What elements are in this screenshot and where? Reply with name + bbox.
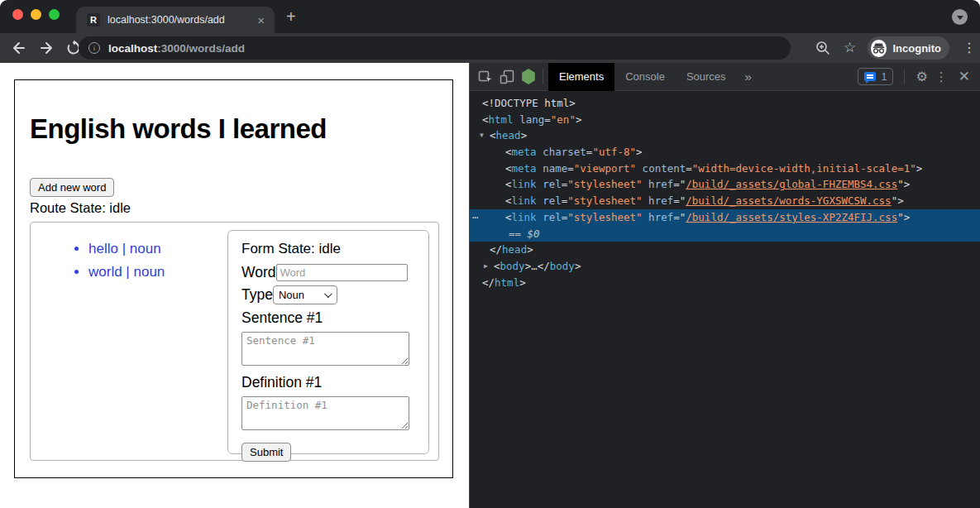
- toolbar-divider: [904, 69, 905, 84]
- more-tabs-icon[interactable]: »: [737, 63, 760, 91]
- expand-arrow-icon[interactable]: ▼: [480, 127, 484, 144]
- extension-hexagon-icon[interactable]: [518, 66, 539, 88]
- code-token: </: [538, 260, 550, 272]
- remix-favicon-icon: R: [87, 13, 100, 26]
- add-new-word-button[interactable]: Add new word: [30, 178, 114, 197]
- code-token: ==: [509, 228, 528, 240]
- settings-gear-icon[interactable]: ⚙: [915, 69, 927, 84]
- tab-console[interactable]: Console: [614, 63, 676, 91]
- toolbar-divider: [543, 69, 543, 84]
- code-token: >: [521, 129, 528, 141]
- close-window-button[interactable]: [12, 9, 23, 20]
- word-link-world[interactable]: world | noun: [88, 264, 165, 280]
- issues-counter[interactable]: 1: [858, 68, 893, 85]
- back-button[interactable]: [10, 40, 26, 56]
- code-token: <: [505, 178, 512, 190]
- code-line[interactable]: ▶<body>…</body>: [470, 258, 980, 275]
- devtools-close-icon[interactable]: ✕: [955, 68, 973, 85]
- type-select[interactable]: Noun: [273, 285, 337, 304]
- code-token: /build/_assets/words-YGXSWCSW.css: [686, 194, 891, 207]
- sentence-textarea[interactable]: [241, 332, 409, 366]
- device-toolbar-icon[interactable]: [496, 66, 518, 88]
- code-token: rel: [537, 211, 562, 223]
- code-token: ">: [897, 211, 910, 223]
- inspect-element-icon[interactable]: [475, 66, 496, 88]
- code-token: "en": [551, 113, 576, 126]
- code-token: content: [636, 162, 686, 175]
- code-line[interactable]: ⋯<link rel="stylesheet" href="/build/_as…: [470, 209, 980, 226]
- browser-menu-icon[interactable]: ⋮: [963, 40, 976, 55]
- code-token: <!DOCTYPE html>: [482, 97, 576, 109]
- app-container: English words I learned Add new word Rou…: [14, 79, 453, 478]
- code-token: href: [643, 178, 674, 190]
- word-input[interactable]: [276, 264, 408, 281]
- code-token: rel: [537, 194, 562, 207]
- traffic-lights: [12, 9, 60, 20]
- site-info-icon[interactable]: i: [88, 42, 100, 54]
- list-item: world | noun: [88, 264, 165, 280]
- code-line[interactable]: ▼<head>: [470, 127, 980, 144]
- maximize-window-button[interactable]: [49, 9, 60, 20]
- form-state-text: Form State: idle: [241, 241, 415, 257]
- code-token: ">: [897, 178, 910, 190]
- word-link-hello[interactable]: hello | noun: [88, 241, 161, 256]
- issues-count: 1: [881, 71, 887, 83]
- code-line[interactable]: <meta name="viewport" content="width=dev…: [470, 161, 980, 177]
- code-line[interactable]: </head>: [470, 242, 980, 258]
- code-token: >: [527, 243, 533, 256]
- code-token: $0: [528, 228, 540, 240]
- code-line[interactable]: <!DOCTYPE html>: [470, 95, 980, 112]
- code-token: <: [505, 211, 512, 223]
- code-token: ">: [892, 194, 904, 207]
- code-line[interactable]: == $0: [470, 226, 980, 242]
- code-token: </: [490, 243, 502, 256]
- incognito-label: Incognito: [893, 42, 942, 55]
- issues-bubble-icon: [864, 72, 876, 81]
- incognito-badge: Incognito: [868, 36, 949, 60]
- word-list: hello | noun world | noun: [31, 241, 165, 287]
- definition-textarea[interactable]: [241, 396, 409, 430]
- code-token: name: [537, 162, 568, 175]
- browser-tab[interactable]: R localhost:3000/words/add ×: [76, 7, 275, 33]
- type-select-value: Noun: [279, 289, 324, 301]
- minimize-window-button[interactable]: [31, 9, 41, 20]
- devtools-code: <!DOCTYPE html><html lang="en">▼<head><m…: [470, 91, 980, 290]
- code-token: html: [495, 276, 519, 289]
- page-title: English words I learned: [30, 113, 327, 145]
- tab-close-icon[interactable]: ×: [256, 14, 266, 26]
- code-token: meta: [512, 146, 537, 158]
- definition-label: Definition #1: [241, 374, 415, 391]
- devtools-tabs: Elements Console Sources »: [548, 63, 760, 91]
- tab-elements[interactable]: Elements: [548, 63, 614, 91]
- code-token: <: [490, 129, 496, 141]
- code-token: html: [489, 113, 514, 126]
- devtools-menu-icon[interactable]: ⋮: [935, 69, 948, 84]
- tab-sources[interactable]: Sources: [676, 63, 737, 91]
- code-token: <: [482, 113, 489, 126]
- code-token: <: [505, 162, 512, 175]
- code-line[interactable]: <link rel="stylesheet" href="/build/_ass…: [470, 176, 980, 193]
- collapse-arrow-icon[interactable]: ▶: [484, 258, 488, 275]
- code-line[interactable]: <meta charset="utf-8">: [470, 144, 980, 161]
- code-line[interactable]: <link rel="stylesheet" href="/build/_ass…: [470, 193, 980, 209]
- code-token: head: [496, 129, 521, 141]
- code-token: <: [494, 260, 500, 272]
- code-token: =": [673, 211, 686, 223]
- forward-button[interactable]: [39, 40, 55, 56]
- code-line[interactable]: </html>: [470, 275, 980, 291]
- incognito-icon: [871, 40, 887, 57]
- type-label: Type: [241, 286, 273, 304]
- tab-search-button[interactable]: [952, 9, 968, 25]
- line-gutter-dots-icon[interactable]: ⋯: [472, 209, 479, 226]
- submit-button[interactable]: Submit: [241, 443, 291, 462]
- code-token: "viewport": [574, 162, 636, 175]
- code-token: /build/_assets/styles-XP2Z4FIJ.css: [686, 211, 897, 223]
- url-text: localhost:3000/words/add: [108, 42, 245, 55]
- new-tab-button[interactable]: +: [286, 7, 296, 26]
- address-bar[interactable]: i localhost:3000/words/add: [79, 36, 791, 60]
- code-line[interactable]: <html lang="en">: [470, 112, 980, 128]
- page-viewport: English words I learned Add new word Rou…: [0, 63, 469, 508]
- zoom-icon[interactable]: [815, 41, 830, 59]
- bookmark-star-icon[interactable]: ☆: [844, 39, 856, 56]
- code-token: charset: [537, 146, 586, 158]
